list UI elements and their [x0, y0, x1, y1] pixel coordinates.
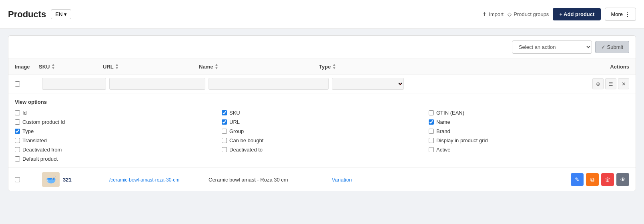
sku-sort-icon: ▲▼ [51, 63, 55, 70]
option-gtin-checkbox[interactable] [429, 110, 434, 115]
option-sku-checkbox[interactable] [222, 110, 227, 115]
product-type: Variation [332, 177, 352, 183]
filter-share-button[interactable]: ⊕ [592, 78, 604, 89]
sku-filter-input[interactable] [42, 78, 106, 90]
eye-icon: 👁 [620, 176, 626, 183]
option-brand-checkbox[interactable] [429, 129, 434, 134]
more-button[interactable]: More ⋮ [605, 8, 636, 21]
option-deactivated-to[interactable]: Deactivated to [222, 147, 422, 153]
option-id[interactable]: Id [15, 110, 215, 116]
share-icon: ⊕ [596, 81, 600, 87]
view-options-col-0: Id Custom product Id Type Translated [15, 110, 215, 162]
view-options-section: View options Id Custom product Id Type [8, 93, 636, 168]
option-active[interactable]: Active [429, 147, 629, 153]
option-group-checkbox[interactable] [222, 129, 227, 134]
option-default-product[interactable]: Default product [15, 156, 215, 162]
upload-icon: ⬆ [482, 11, 487, 17]
view-options-col-1: SKU URL Group Can be bought [222, 110, 422, 162]
product-actions-cell: ✎ ⧉ 🗑 👁 [407, 173, 629, 186]
red-arrow-indicator: → [395, 80, 402, 88]
option-type[interactable]: Type [15, 128, 215, 134]
option-display-product-grid-checkbox[interactable] [429, 138, 434, 143]
main-content: Select an action ✓ Submit Image SKU ▲▼ U… [0, 29, 644, 204]
tag-icon: ◇ [508, 11, 512, 17]
url-sort-icon: ▲▼ [115, 63, 119, 70]
col-sku[interactable]: SKU ▲▼ [39, 63, 103, 70]
select-all-checkbox[interactable] [15, 81, 20, 87]
type-filter-select[interactable] [332, 78, 404, 90]
ellipsis-icon: ⋮ [625, 11, 630, 17]
view-options-grid: Id Custom product Id Type Translated [15, 110, 629, 162]
option-can-be-bought[interactable]: Can be bought [222, 137, 422, 143]
option-deactivated-from[interactable]: Deactivated from [15, 147, 215, 153]
product-copy-button[interactable]: ⧉ [586, 173, 599, 186]
option-active-checkbox[interactable] [429, 147, 434, 152]
submit-button[interactable]: ✓ Submit [595, 41, 629, 53]
add-product-label: + Add product [559, 11, 594, 17]
language-selector[interactable]: EN ▾ [51, 9, 71, 19]
option-deactivated-to-checkbox[interactable] [222, 147, 227, 152]
url-filter-input[interactable] [109, 78, 205, 90]
filter-lines-icon: ☰ [608, 81, 613, 87]
filter-options-button[interactable]: ☰ [605, 78, 616, 89]
sku-filter-cell [42, 78, 106, 90]
product-url-link[interactable]: /ceramic-bowl-amast-roza-30-cm [109, 177, 179, 183]
option-translated-checkbox[interactable] [15, 138, 20, 143]
chevron-down-icon: ▾ [64, 11, 67, 17]
option-custom-product-id-checkbox[interactable] [15, 119, 20, 125]
product-groups-label: Product groups [514, 11, 549, 17]
import-label: Import [489, 11, 504, 17]
option-deactivated-from-checkbox[interactable] [15, 147, 20, 152]
product-view-button[interactable]: 👁 [616, 173, 629, 186]
option-url-checkbox[interactable] [222, 119, 227, 125]
option-url[interactable]: URL [222, 119, 422, 125]
product-edit-button[interactable]: ✎ [571, 173, 584, 186]
view-options-title: View options [15, 99, 629, 105]
option-custom-product-id[interactable]: Custom product Id [15, 119, 215, 125]
option-type-checkbox[interactable] [15, 129, 20, 134]
product-delete-button[interactable]: 🗑 [601, 173, 614, 186]
product-select-cell [15, 177, 39, 182]
option-name-checkbox[interactable] [429, 119, 434, 125]
name-filter-input[interactable] [209, 78, 329, 90]
option-can-be-bought-checkbox[interactable] [222, 138, 227, 143]
product-name: Ceramic bowl amast - Roza 30 cm [209, 177, 288, 183]
name-sort-icon: ▲▼ [215, 63, 218, 70]
col-actions: Actions [391, 63, 629, 70]
option-id-checkbox[interactable] [15, 110, 20, 115]
view-options-col-2: GTIN (EAN) Name Brand Display in product… [429, 110, 629, 162]
option-sku[interactable]: SKU [222, 110, 422, 116]
submit-label: ✓ Submit [601, 44, 623, 50]
option-gtin[interactable]: GTIN (EAN) [429, 110, 629, 116]
col-name[interactable]: Name ▲▼ [199, 63, 319, 70]
top-bar-right: ⬆ Import ◇ Product groups + Add product … [482, 8, 636, 21]
product-checkbox[interactable] [15, 177, 20, 182]
more-label: More [611, 11, 623, 17]
option-name[interactable]: Name [429, 119, 629, 125]
product-url-cell: /ceramic-bowl-amast-roza-30-cm [109, 177, 205, 183]
product-sku-cell: 🥣 321 [42, 172, 106, 187]
top-bar-left: Products EN ▾ [8, 9, 71, 20]
type-sort-icon: ▲▼ [332, 63, 336, 70]
table-header: Image SKU ▲▼ URL ▲▼ Name ▲▼ Type ▲▼ Acti… [8, 59, 636, 75]
name-filter-cell [209, 78, 329, 90]
option-default-product-checkbox[interactable] [15, 156, 20, 161]
option-brand[interactable]: Brand [429, 128, 629, 134]
option-translated[interactable]: Translated [15, 137, 215, 143]
add-product-button[interactable]: + Add product [553, 8, 601, 20]
product-image: 🥣 [42, 172, 60, 187]
page-title: Products [8, 9, 46, 20]
filter-actions-cell: → ⊕ ☰ ✕ [407, 78, 629, 89]
product-groups-button[interactable]: ◇ Product groups [508, 11, 549, 17]
product-type-cell: Variation [332, 177, 404, 183]
select-action-dropdown[interactable]: Select an action [512, 40, 592, 54]
col-url[interactable]: URL ▲▼ [103, 63, 199, 70]
option-display-product-grid[interactable]: Display in product grid [429, 137, 629, 143]
lang-label: EN [55, 11, 62, 17]
filter-clear-button[interactable]: ✕ [618, 78, 629, 89]
trash-icon: 🗑 [605, 176, 610, 183]
import-button[interactable]: ⬆ Import [482, 11, 504, 17]
col-type[interactable]: Type ▲▼ [319, 63, 391, 70]
type-filter-cell [332, 78, 404, 90]
option-group[interactable]: Group [222, 128, 422, 134]
